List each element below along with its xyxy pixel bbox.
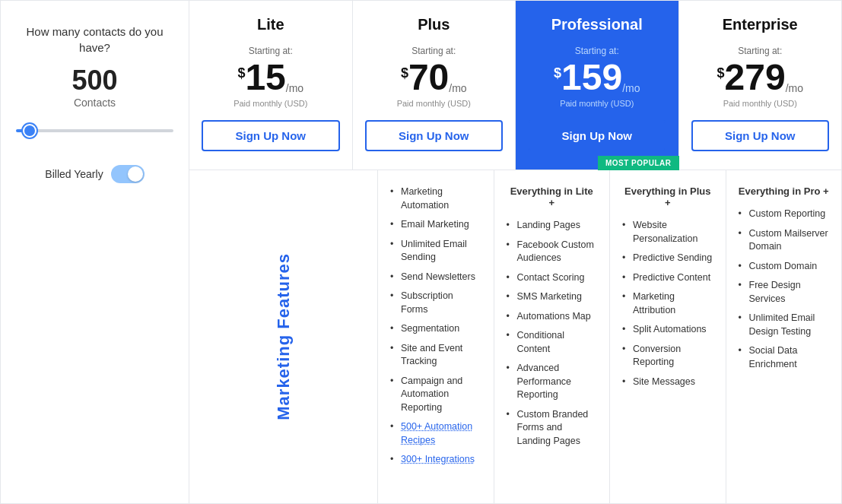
list-item: Website Personalization <box>622 219 713 246</box>
list-item: Custom Reporting <box>739 208 830 221</box>
list-item: Split Automations <box>622 323 713 337</box>
contacts-slider[interactable] <box>16 129 173 132</box>
feature-heading-professional: Everything in Plus + <box>622 185 713 208</box>
slider-wrapper <box>16 122 173 135</box>
list-item: 300+ Integrations <box>390 453 481 467</box>
list-item: Automations Map <box>507 310 598 324</box>
feature-list-lite: Marketing Automation Email Marketing Unl… <box>390 185 481 467</box>
list-item: 500+ Automation Recipes <box>390 420 481 447</box>
plan-col-professional: Professional Starting at: $ 159 /mo Paid… <box>516 1 679 170</box>
price-amount-professional: 159 <box>561 59 622 96</box>
plan-col-lite: Lite Starting at: $ 15 /mo Paid monthly … <box>189 1 353 170</box>
plan-col-enterprise: Enterprise Starting at: $ 279 /mo Paid m… <box>679 1 842 170</box>
feature-heading-plus: Everything in Lite + <box>507 185 598 208</box>
price-mo-enterprise: /mo <box>786 82 803 94</box>
sidebar-question: How many contacts do you have? <box>16 24 173 55</box>
billed-yearly-toggle[interactable] <box>111 165 145 183</box>
price-amount-enterprise: 279 <box>725 59 786 96</box>
feature-col-plus: Everything in Lite + Landing Pages Faceb… <box>494 170 611 503</box>
list-item: Facebook Custom Audiences <box>507 239 598 265</box>
paid-note-professional: Paid monthly (USD) <box>528 99 666 108</box>
billed-yearly-label: Billed Yearly <box>45 168 103 180</box>
list-item: Subscription Forms <box>390 290 481 316</box>
price-row-professional: $ 159 /mo <box>528 59 666 96</box>
integrations-link[interactable]: 300+ Integrations <box>401 454 475 464</box>
signup-button-professional[interactable]: Sign Up Now <box>528 120 666 151</box>
list-item: Predictive Sending <box>622 252 713 265</box>
price-amount-plus: 70 <box>408 59 449 96</box>
list-item: Email Marketing <box>390 218 481 232</box>
price-dollar-plus: $ <box>401 65 408 81</box>
feature-col-professional: Everything in Plus + Website Personaliza… <box>610 170 726 503</box>
price-mo-plus: /mo <box>449 82 466 94</box>
feature-heading-enterprise: Everything in Pro + <box>739 185 830 197</box>
contact-label: Contacts <box>74 97 116 109</box>
list-item: Custom Domain <box>739 260 830 274</box>
plan-name-lite: Lite <box>202 16 340 33</box>
list-item: Unlimited Email Sending <box>390 238 481 265</box>
paid-note-enterprise: Paid monthly (USD) <box>691 99 830 108</box>
billed-yearly-row: Billed Yearly <box>45 165 144 183</box>
plan-name-professional: Professional <box>528 16 666 33</box>
price-dollar-professional: $ <box>554 65 561 81</box>
signup-button-enterprise[interactable]: Sign Up Now <box>691 120 830 151</box>
plans-area: Lite Starting at: $ 15 /mo Paid monthly … <box>189 1 841 503</box>
starting-at-lite: Starting at: <box>202 46 340 56</box>
list-item: Free Design Services <box>739 279 830 306</box>
price-mo-professional: /mo <box>622 82 640 94</box>
list-item: Site Messages <box>622 376 713 389</box>
marketing-features-col: Marketing Features <box>189 170 378 503</box>
feature-list-plus: Landing Pages Facebook Custom Audiences … <box>507 219 598 448</box>
plan-name-enterprise: Enterprise <box>691 16 830 33</box>
paid-note-plus: Paid monthly (USD) <box>365 99 504 108</box>
starting-at-enterprise: Starting at: <box>691 46 830 56</box>
feature-col-lite: Marketing Automation Email Marketing Unl… <box>378 170 494 503</box>
contact-count: 500 <box>71 65 117 97</box>
list-item: Custom Branded Forms and Landing Pages <box>507 408 598 449</box>
list-item: Custom Mailserver Domain <box>739 227 830 254</box>
plan-name-plus: Plus <box>365 16 504 33</box>
features-cols: Marketing Automation Email Marketing Unl… <box>378 170 841 503</box>
automation-recipes-link[interactable]: 500+ Automation Recipes <box>401 421 472 445</box>
list-item: Social Data Enrichment <box>739 344 830 371</box>
list-item: Marketing Attribution <box>622 290 713 317</box>
price-dollar-enterprise: $ <box>717 65 725 81</box>
price-amount-lite: 15 <box>245 59 285 96</box>
list-item: Send Newsletters <box>390 271 481 284</box>
list-item: Marketing Automation <box>390 185 481 212</box>
starting-at-professional: Starting at: <box>528 46 666 56</box>
starting-at-plus: Starting at: <box>365 46 504 56</box>
marketing-features-label: Marketing Features <box>274 253 294 420</box>
sidebar: How many contacts do you have? 500 Conta… <box>1 1 189 503</box>
most-popular-badge: MOST POPULAR <box>598 156 679 170</box>
price-row-enterprise: $ 279 /mo <box>691 59 830 96</box>
paid-note-lite: Paid monthly (USD) <box>202 99 340 108</box>
list-item: Predictive Content <box>622 271 713 285</box>
pricing-table: How many contacts do you have? 500 Conta… <box>0 0 842 504</box>
feature-list-professional: Website Personalization Predictive Sendi… <box>622 219 713 388</box>
list-item: Segmentation <box>390 322 481 336</box>
list-item: Conditional Content <box>507 329 598 356</box>
signup-button-plus[interactable]: Sign Up Now <box>365 120 504 151</box>
signup-button-lite[interactable]: Sign Up Now <box>202 120 340 151</box>
list-item: Campaign and Automation Reporting <box>390 375 481 415</box>
list-item: Unlimited Email Design Testing <box>739 312 830 338</box>
price-row-plus: $ 70 /mo <box>365 59 504 96</box>
price-dollar-lite: $ <box>237 65 245 81</box>
list-item: Site and Event Tracking <box>390 342 481 369</box>
list-item: Conversion Reporting <box>622 343 713 369</box>
features-section: Marketing Features Marketing Automation … <box>189 170 841 503</box>
feature-list-enterprise: Custom Reporting Custom Mailserver Domai… <box>739 208 830 371</box>
price-mo-lite: /mo <box>286 82 303 94</box>
list-item: SMS Marketing <box>507 290 598 304</box>
list-item: Advanced Performance Reporting <box>507 362 598 402</box>
list-item: Contact Scoring <box>507 271 598 285</box>
feature-col-enterprise: Everything in Pro + Custom Reporting Cus… <box>726 170 842 503</box>
plans-header: Lite Starting at: $ 15 /mo Paid monthly … <box>189 1 841 170</box>
price-row-lite: $ 15 /mo <box>202 59 340 96</box>
plan-col-plus: Plus Starting at: $ 70 /mo Paid monthly … <box>353 1 516 170</box>
list-item: Landing Pages <box>507 219 598 233</box>
